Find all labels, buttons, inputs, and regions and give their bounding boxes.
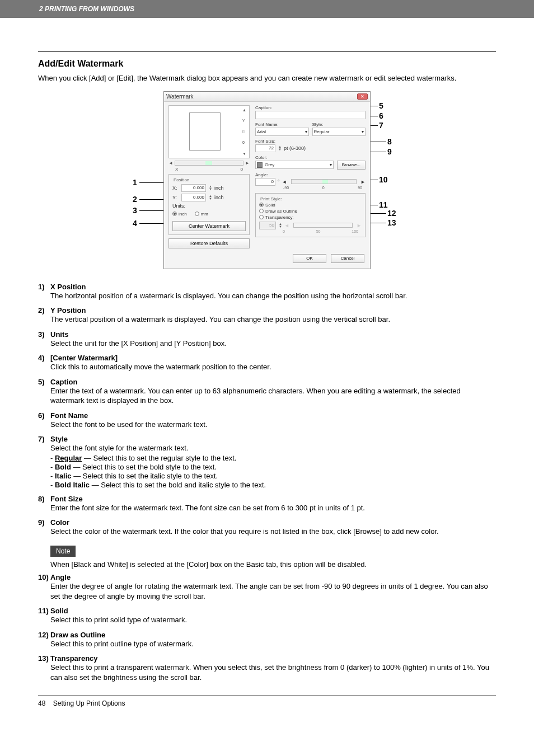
pos-x-label: X: bbox=[172, 185, 179, 191]
callout-13: 13 bbox=[387, 218, 396, 227]
transparency-slider[interactable] bbox=[293, 223, 353, 228]
spinner-icon[interactable]: ▲▼ bbox=[209, 185, 212, 191]
transparency-radio[interactable]: Transparency: bbox=[259, 215, 362, 220]
item-title: Caption bbox=[50, 378, 77, 386]
intro-paragraph: When you click [Add] or [Edit], the Wate… bbox=[38, 73, 496, 83]
caption-input[interactable] bbox=[255, 111, 366, 119]
unit-mm-radio[interactable]: mm bbox=[195, 212, 208, 217]
item-desc: Select the font to be used for the water… bbox=[50, 420, 496, 430]
fontsize-input[interactable]: 72 bbox=[255, 144, 275, 152]
position-group: Position X: 0.000 ▲▼ inch Y: 0.000 ▲▼ in… bbox=[168, 174, 250, 235]
list-item: 4)[Center Watermark]Click this to automa… bbox=[38, 354, 496, 372]
callout-11: 11 bbox=[379, 200, 388, 209]
item-desc: Click this to automatically move the wat… bbox=[50, 362, 496, 372]
list-item: 12)Draw as OutlineSelect this to print o… bbox=[38, 631, 496, 649]
item-title: Solid bbox=[50, 607, 68, 615]
item-desc: Enter the degree of angle for rotating t… bbox=[50, 581, 496, 601]
callout-10: 10 bbox=[379, 175, 388, 184]
restore-defaults-button[interactable]: Restore Defaults bbox=[168, 238, 250, 248]
item-desc: Select this to print outline type of wat… bbox=[50, 639, 496, 649]
position-label: Position bbox=[172, 177, 190, 182]
angle-degree: ° bbox=[278, 179, 280, 185]
pos-x-input[interactable]: 0.000 bbox=[181, 184, 206, 192]
note-badge: Note bbox=[50, 546, 76, 557]
angle-slider[interactable] bbox=[291, 179, 357, 184]
outline-radio[interactable]: Draw as Outline bbox=[259, 209, 362, 214]
section-title: Add/Edit Watermark bbox=[38, 59, 496, 69]
note-text: When [Black and White] is selected at th… bbox=[50, 560, 496, 569]
printstyle-group: Print Style: Solid Draw as Outline Trans… bbox=[255, 193, 366, 237]
angle-label: Angle: bbox=[255, 172, 366, 177]
callout-3: 3 bbox=[133, 206, 137, 215]
footer-section: Setting Up Print Options bbox=[53, 699, 125, 707]
fontname-select[interactable]: Arial▾ bbox=[255, 128, 309, 136]
list-item: 8)Font SizeEnter the font size for the w… bbox=[38, 495, 496, 513]
close-icon[interactable]: ✕ bbox=[357, 93, 368, 100]
dialog-title: Watermark bbox=[166, 93, 194, 100]
spinner-icon[interactable]: ▲▼ bbox=[279, 223, 282, 228]
page-footer: 48 Setting Up Print Options bbox=[38, 696, 496, 707]
item-title: Draw as Outline bbox=[50, 631, 105, 639]
callout-5: 5 bbox=[379, 101, 383, 110]
center-watermark-button[interactable]: Center Watermark bbox=[172, 221, 246, 231]
list-item: 13)TransparencySelect this to print a tr… bbox=[38, 654, 496, 682]
item-title: [Center Watermark] bbox=[50, 354, 118, 362]
callout-9: 9 bbox=[387, 147, 392, 156]
horizontal-scrollbar[interactable]: ◄► bbox=[168, 161, 250, 166]
list-item: 1)X PositionThe horizontal position of a… bbox=[38, 283, 496, 301]
x-axis-label: X bbox=[175, 167, 178, 172]
item-desc: The horizontal position of a watermark i… bbox=[50, 291, 496, 301]
item-desc: Select the unit for the [X Position] and… bbox=[50, 339, 496, 349]
spinner-icon[interactable]: ▲▼ bbox=[278, 145, 282, 151]
solid-radio[interactable]: Solid bbox=[259, 203, 362, 208]
printstyle-label: Print Style: bbox=[259, 196, 283, 201]
fontname-label: Font Name: bbox=[255, 122, 309, 127]
list-item: 6)Font NameSelect the font to be used fo… bbox=[38, 411, 496, 430]
callout-2: 2 bbox=[133, 195, 137, 204]
chevron-down-icon: ▾ bbox=[305, 129, 307, 134]
list-item: 10)AngleEnter the degree of angle for ro… bbox=[38, 573, 496, 601]
item-title: Units bbox=[50, 330, 69, 339]
pos-y-input[interactable]: 0.000 bbox=[181, 194, 206, 201]
horizontal-rule bbox=[38, 51, 496, 52]
item-desc: Select this to print solid type of water… bbox=[50, 615, 496, 625]
item-desc: Select this to print a transparent water… bbox=[50, 663, 496, 682]
pos-x-unit: inch bbox=[214, 185, 224, 191]
color-select[interactable]: Grey▾ bbox=[255, 161, 334, 169]
item-title: Y Position bbox=[50, 306, 86, 314]
chapter-header: 2 PRINTING FROM WINDOWS bbox=[0, 0, 534, 18]
pos-y-unit: inch bbox=[214, 195, 224, 200]
pos-y-label: Y: bbox=[172, 195, 179, 200]
watermark-dialog: Watermark ✕ ▲Y▯0▼ ◄► X0 Position bbox=[163, 91, 371, 269]
page-thumb bbox=[189, 112, 221, 151]
fontsize-range: pt (6-300) bbox=[284, 145, 306, 151]
angle-max: 90 bbox=[358, 186, 362, 190]
list-item: 3)UnitsSelect the unit for the [X Positi… bbox=[38, 330, 496, 349]
style-label: Style: bbox=[312, 122, 366, 127]
list-item: 2)Y PositionThe vertical position of a w… bbox=[38, 306, 496, 325]
ok-button[interactable]: OK bbox=[293, 254, 326, 263]
trans-mid: 50 bbox=[316, 229, 321, 233]
spinner-icon[interactable]: ▲▼ bbox=[209, 195, 212, 200]
trans-max: 100 bbox=[352, 229, 358, 233]
item-title: Transparency bbox=[50, 654, 98, 663]
style-options: Regular — Select this to set the regular… bbox=[50, 454, 496, 489]
unit-inch-radio[interactable]: inch bbox=[172, 212, 187, 217]
angle-input[interactable]: 0 bbox=[255, 178, 275, 186]
angle-mid: 0 bbox=[322, 186, 325, 190]
chevron-down-icon: ▾ bbox=[362, 129, 364, 134]
browse-button[interactable]: Browse... bbox=[337, 161, 366, 170]
item-title: Color bbox=[50, 518, 69, 527]
list-item: 7)Style Select the font style for the wa… bbox=[38, 435, 496, 489]
item-title: X Position bbox=[50, 283, 86, 291]
callout-12: 12 bbox=[387, 209, 396, 218]
vertical-scrollbar[interactable]: ▲Y▯0▼ bbox=[242, 108, 248, 156]
caption-label: Caption: bbox=[255, 105, 366, 110]
style-select[interactable]: Regular▾ bbox=[312, 128, 366, 136]
item-desc: Select the font style for the watermark … bbox=[50, 443, 496, 453]
angle-min: -90 bbox=[283, 186, 289, 190]
callout-1: 1 bbox=[133, 178, 137, 187]
list-item: 9)ColorSelect the color of the watermark… bbox=[38, 518, 496, 537]
cancel-button[interactable]: Cancel bbox=[331, 254, 364, 263]
transparency-input[interactable]: 50 bbox=[259, 222, 276, 229]
